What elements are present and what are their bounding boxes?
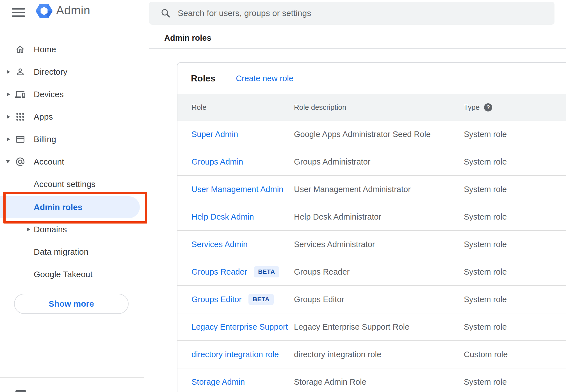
apps-grid-icon <box>15 112 25 122</box>
sidebar-item-label: Admin roles <box>34 202 82 212</box>
role-link[interactable]: directory integration role <box>191 350 279 359</box>
credit-card-icon <box>15 134 25 144</box>
role-type: System role <box>464 157 566 167</box>
sidebar-item-label: Billing <box>34 135 56 144</box>
chevron-right-icon[interactable] <box>7 70 10 74</box>
admin-console-page: Admin Home Directory Devices <box>0 0 566 392</box>
chevron-down-icon[interactable] <box>6 160 10 163</box>
show-more-button[interactable]: Show more <box>14 294 129 314</box>
beta-badge: BETA <box>248 294 274 305</box>
role-description: Groups Editor <box>294 295 464 304</box>
table-row: User Management Admin User Management Ad… <box>177 176 566 203</box>
role-description: Storage Admin Role <box>294 377 464 387</box>
person-icon <box>15 67 25 77</box>
table-row: Services Admin Services Administrator Sy… <box>177 231 566 258</box>
role-link[interactable]: Groups Admin <box>191 157 243 167</box>
role-link[interactable]: Storage Admin <box>191 377 245 387</box>
role-type: System role <box>464 130 566 139</box>
at-sign-icon <box>15 157 25 167</box>
table-row: Legacy Enterprise Support Legacy Enterpr… <box>177 313 566 341</box>
column-header-role: Role <box>191 103 294 112</box>
sidebar-item-directory[interactable]: Directory <box>0 61 149 83</box>
role-description: Google Apps Administrator Seed Role <box>294 130 464 139</box>
role-description: Groups Reader <box>294 267 464 277</box>
menu-icon[interactable] <box>12 7 25 18</box>
role-link[interactable]: Help Desk Admin <box>191 212 254 222</box>
help-icon[interactable]: ? <box>484 103 492 111</box>
role-type: System role <box>464 295 566 304</box>
role-description: Help Desk Administrator <box>294 212 464 222</box>
sidebar-item-label: Account settings <box>34 179 95 189</box>
column-header-type-label: Type <box>464 103 480 112</box>
sidebar-item-label: Devices <box>34 90 64 99</box>
sidebar-item-home[interactable]: Home <box>0 38 149 61</box>
sidebar-item-data-migration[interactable]: Data migration <box>0 241 149 263</box>
role-description: Services Administrator <box>294 240 464 249</box>
table-row: Super Admin Google Apps Administrator Se… <box>177 121 566 148</box>
role-type: System role <box>464 240 566 249</box>
header-divider <box>149 48 566 49</box>
home-icon <box>15 44 25 54</box>
role-link[interactable]: Super Admin <box>191 130 238 139</box>
sidebar: Admin Home Directory Devices <box>0 0 149 392</box>
sidebar-item-account[interactable]: Account <box>0 151 149 173</box>
role-type: Custom role <box>464 350 566 359</box>
role-link[interactable]: Services Admin <box>191 240 248 249</box>
sidebar-item-billing[interactable]: Billing <box>0 128 149 151</box>
breadcrumb: Admin roles <box>164 33 211 43</box>
sidebar-item-label: Directory <box>34 67 67 77</box>
sidebar-item-account-settings[interactable]: Account settings <box>0 173 149 195</box>
search-bar[interactable] <box>149 2 554 25</box>
table-header-row: Role Role description Type ? <box>177 94 566 121</box>
chevron-right-icon[interactable] <box>27 227 30 231</box>
role-link[interactable]: Groups Reader <box>191 267 247 277</box>
sidebar-item-label: Domains <box>34 225 67 234</box>
role-type: System role <box>464 377 566 387</box>
role-type: System role <box>464 267 566 277</box>
column-header-type: Type ? <box>464 103 566 112</box>
role-type: System role <box>464 185 566 194</box>
table-row: Groups Reader BETA Groups Reader System … <box>177 258 566 286</box>
sidebar-item-label: Home <box>34 45 56 54</box>
role-description: Legacy Enterprise Support Role <box>294 322 464 332</box>
role-link[interactable]: Legacy Enterprise Support <box>191 322 288 332</box>
sidebar-item-label: Google Takeout <box>34 270 93 279</box>
table-row: Groups Admin Groups Administrator System… <box>177 148 566 176</box>
role-description: Groups Administrator <box>294 157 464 167</box>
roles-panel: Roles Create new role Role Role descript… <box>177 62 566 392</box>
sidebar-item-domains[interactable]: Domains <box>0 218 149 241</box>
sidebar-item-devices[interactable]: Devices <box>0 83 149 106</box>
sidebar-item-label: Account <box>34 157 64 167</box>
roles-panel-header: Roles Create new role <box>177 63 566 94</box>
sidebar-item-label: Apps <box>34 112 53 122</box>
sidebar-divider <box>0 377 144 378</box>
sidebar-item-label: Data migration <box>34 247 88 257</box>
search-icon <box>160 8 171 19</box>
sidebar-item-google-takeout[interactable]: Google Takeout <box>0 263 149 286</box>
beta-badge: BETA <box>254 266 279 277</box>
chevron-right-icon[interactable] <box>7 92 10 96</box>
role-type: System role <box>464 322 566 332</box>
role-link[interactable]: User Management Admin <box>191 185 283 194</box>
sidebar-item-apps[interactable]: Apps <box>0 106 149 128</box>
chevron-right-icon[interactable] <box>7 115 10 119</box>
role-description: directory integration role <box>294 350 464 359</box>
devices-icon <box>15 89 25 99</box>
role-description: User Management Administrator <box>294 185 464 194</box>
create-new-role-link[interactable]: Create new role <box>236 74 293 83</box>
roles-title: Roles <box>191 73 215 84</box>
app-title: Admin <box>56 4 90 17</box>
chevron-right-icon[interactable] <box>7 137 10 141</box>
search-input[interactable] <box>177 8 546 18</box>
admin-logo-icon <box>35 2 53 20</box>
role-type: System role <box>464 212 566 222</box>
table-row: directory integration role directory int… <box>177 341 566 368</box>
cutoff-menu-icon <box>15 390 26 392</box>
column-header-description: Role description <box>294 103 464 112</box>
sidebar-item-admin-roles[interactable]: Admin roles <box>0 196 140 218</box>
role-link[interactable]: Groups Editor <box>191 295 242 304</box>
table-row: Help Desk Admin Help Desk Administrator … <box>177 203 566 231</box>
table-row: Groups Editor BETA Groups Editor System … <box>177 286 566 313</box>
table-row: Storage Admin Storage Admin Role System … <box>177 368 566 392</box>
